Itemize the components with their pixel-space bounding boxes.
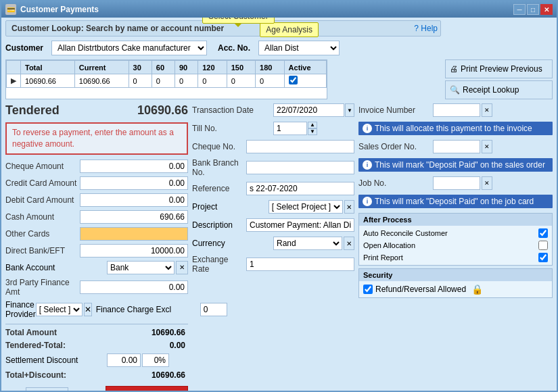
- invoice-clear-button[interactable]: ✕: [482, 103, 492, 117]
- cheque-amount-row: Cheque Amount: [5, 160, 188, 173]
- transaction-date-dropdown[interactable]: ▼: [345, 103, 354, 117]
- help-button[interactable]: ? Help: [414, 24, 438, 33]
- other-cards-input[interactable]: [80, 227, 188, 241]
- finance-provider-clear-button[interactable]: ✕: [84, 303, 92, 316]
- print-icon: 🖨: [450, 64, 458, 74]
- direct-bank-row: Direct Bank/EFT: [5, 244, 188, 258]
- cash-input[interactable]: [80, 210, 188, 224]
- job-no-clear-button[interactable]: ✕: [482, 176, 492, 190]
- direct-bank-input[interactable]: [80, 244, 188, 258]
- middle-panel: Transaction Date ▼ Till No. ▲ ▼ Ch: [192, 103, 354, 391]
- exchange-rate-row: Exchange Rate: [192, 255, 354, 274]
- refund-label: Refund/Reversal Allowed: [375, 285, 466, 294]
- description-input[interactable]: [246, 218, 354, 232]
- receipt-lookup-button[interactable]: 🔍 Receipt Lookup: [445, 80, 553, 99]
- reference-input[interactable]: [246, 182, 354, 195]
- grid-section: Total Current 30 60 90 120 150 180 Activ…: [5, 59, 327, 99]
- transaction-date-input[interactable]: [273, 103, 344, 117]
- bank-account-select[interactable]: Bank: [107, 261, 175, 274]
- cell-30: 0: [129, 74, 152, 88]
- job-no-label: Job No.: [358, 178, 433, 188]
- project-clear-button[interactable]: ✕: [344, 200, 354, 214]
- refund-checkbox[interactable]: [363, 285, 373, 294]
- cheque-no-label: Cheque No.: [192, 142, 246, 151]
- col-total: Total: [21, 61, 75, 74]
- credit-card-input[interactable]: [80, 176, 188, 190]
- till-no-row: Till No. ▲ ▼: [192, 122, 354, 135]
- col-90: 90: [175, 61, 197, 74]
- invoice-input[interactable]: [433, 103, 480, 117]
- col-120: 120: [198, 61, 227, 74]
- minimize-button[interactable]: ─: [513, 4, 526, 15]
- other-cards-label: Other Cards: [5, 229, 80, 239]
- cheque-amount-label: Cheque Amount: [5, 162, 80, 171]
- exchange-rate-input[interactable]: [246, 258, 354, 271]
- sales-order-input[interactable]: [433, 140, 480, 153]
- job-no-input[interactable]: [433, 176, 480, 190]
- after-process-content: Auto Reconcile Customer Open Allocation …: [359, 226, 552, 265]
- currency-select[interactable]: Rand: [273, 237, 342, 250]
- settlement-pct-input[interactable]: [142, 353, 169, 367]
- customer-select[interactable]: Allan Distrtbutors Cake manufacturer J: [51, 41, 207, 55]
- security-header: Security: [359, 269, 552, 281]
- bottom-buttons: 📄 Cancel ↖ ⚙ Process [F9]: [5, 386, 188, 391]
- bank-account-clear-button[interactable]: ✕: [176, 261, 188, 274]
- currency-clear-button[interactable]: ✕: [344, 237, 354, 250]
- exchange-rate-label: Exchange Rate: [192, 255, 246, 274]
- open-allocation-label: Open Allocation: [363, 241, 415, 249]
- cell-180: 0: [256, 74, 284, 88]
- till-no-input[interactable]: [273, 122, 307, 135]
- settlement-input[interactable]: [107, 353, 141, 367]
- cash-row: Cash Amount: [5, 210, 188, 224]
- print-report-row: Print Report: [363, 253, 548, 262]
- security-box: Security Refund/Reversal Allowed 🔒: [358, 268, 553, 298]
- process-button[interactable]: Process [F9]: [106, 386, 188, 391]
- direct-bank-label: Direct Bank/EFT: [5, 246, 80, 255]
- spin-buttons: ▲ ▼: [308, 122, 317, 135]
- auto-reconcile-checkbox[interactable]: [538, 228, 548, 238]
- bank-account-label: Bank Account: [5, 263, 107, 272]
- spin-up-button[interactable]: ▲: [308, 122, 317, 128]
- content-area: Select Customer Customer Lookup: Search …: [1, 18, 557, 391]
- till-no-spinner: ▲ ▼: [273, 122, 317, 135]
- cancel-button[interactable]: Cancel: [26, 387, 68, 391]
- finance-provider-select[interactable]: [ Select ]: [36, 303, 83, 316]
- bank-branch-label: Bank Branch No.: [192, 158, 246, 177]
- bank-branch-input[interactable]: [246, 161, 354, 174]
- cell-60: 0: [152, 74, 175, 88]
- third-party-row: 3rd Party Finance Amt: [5, 278, 188, 297]
- close-button[interactable]: ✕: [540, 4, 553, 15]
- maximize-button[interactable]: □: [527, 4, 539, 15]
- till-no-label: Till No.: [192, 124, 273, 133]
- warning-text: To reverse a payment, enter the amount a…: [12, 128, 174, 149]
- active-checkbox[interactable]: [289, 76, 298, 84]
- total-amount-label: Total Amount: [5, 328, 107, 337]
- invoice-info-bar: i This will allocate this payment to the…: [358, 122, 553, 135]
- bank-branch-row: Bank Branch No.: [192, 158, 354, 177]
- credit-card-label: Credit Card Amount: [5, 178, 80, 188]
- third-party-label: 3rd Party Finance Amt: [5, 278, 80, 297]
- cheque-no-input[interactable]: [246, 140, 354, 153]
- age-analysis-button[interactable]: Age Analysis: [260, 22, 319, 37]
- print-preview-button[interactable]: 🖨 Print Preview Previous: [445, 59, 553, 78]
- cheque-no-row: Cheque No.: [192, 140, 354, 153]
- reference-row: Reference: [192, 182, 354, 195]
- print-report-checkbox[interactable]: [538, 253, 548, 262]
- third-party-input[interactable]: [80, 280, 188, 294]
- acc-no-select[interactable]: Allan Dist: [258, 41, 340, 55]
- grid-area: Total Current 30 60 90 120 150 180 Activ…: [5, 59, 553, 99]
- debit-card-input[interactable]: [80, 193, 188, 207]
- tendered-total-row: Tendered-Total: 0.00: [5, 341, 188, 350]
- spin-down-button[interactable]: ▼: [308, 128, 317, 135]
- open-allocation-checkbox[interactable]: [538, 241, 548, 250]
- project-select[interactable]: [ Select Project ]: [269, 200, 343, 214]
- title-bar: 💳 Customer Payments ─ □ ✕: [1, 1, 557, 18]
- col-60: 60: [152, 61, 175, 74]
- sales-order-clear-button[interactable]: ✕: [482, 140, 492, 153]
- tendered-total-value: 0.00: [107, 341, 188, 350]
- security-content: Refund/Reversal Allowed 🔒: [359, 281, 552, 297]
- right-panel: Invoice Number ✕ i This will allocate th…: [358, 103, 553, 391]
- currency-row: Currency Rand ✕: [192, 237, 354, 250]
- cheque-amount-input[interactable]: [80, 160, 188, 173]
- finance-provider-label: Finance Provider: [5, 300, 36, 319]
